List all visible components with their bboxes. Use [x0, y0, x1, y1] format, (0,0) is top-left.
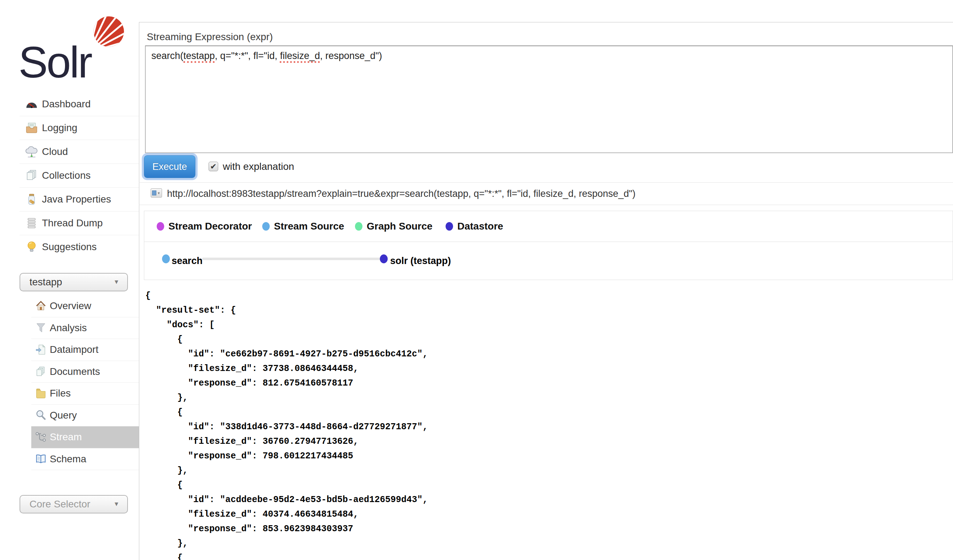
java-properties-icon	[25, 192, 38, 206]
solr-logo-text: Solr	[19, 37, 91, 87]
sidebar-item-label: Logging	[42, 122, 78, 133]
with-explanation-checkbox[interactable]: ✔	[209, 162, 218, 171]
chevron-down-icon: ▼	[113, 279, 120, 286]
main-nav: Dashboard Logging Cloud Collections	[20, 92, 139, 259]
expression-part-misspelled: filesize_d	[280, 50, 320, 61]
stream-graph: search solr (testapp)	[144, 242, 953, 280]
logging-icon	[25, 121, 38, 135]
legend-item-stream-decorator: Stream Decorator	[157, 211, 252, 242]
legend-item-stream-source: Stream Source	[262, 211, 344, 242]
core-item-dataimport[interactable]: Dataimport	[31, 339, 139, 361]
core-dropdown[interactable]: testapp ▼	[20, 273, 128, 292]
dashboard-icon	[25, 97, 38, 111]
core-item-query[interactable]: Query	[31, 405, 139, 427]
core-selector-placeholder: Core Selector	[29, 498, 113, 510]
solr-admin-screen: Solr	[0, 0, 953, 560]
stream-page: Streaming Expression (expr) search(testa…	[139, 0, 953, 560]
core-item-label: Overview	[50, 300, 91, 312]
graph-node-solr-dot[interactable]	[380, 254, 388, 263]
core-item-label: Documents	[50, 366, 100, 377]
request-url[interactable]: http://localhost:8983testapp/stream?expl…	[167, 183, 636, 205]
sidebar-item-label: Dashboard	[42, 98, 91, 110]
core-item-label: Schema	[50, 453, 86, 465]
graph-edge	[202, 258, 380, 260]
sidebar: Solr	[0, 0, 139, 560]
sidebar-item-java-properties[interactable]: Java Properties	[20, 187, 139, 211]
graph-node-search-dot[interactable]	[162, 254, 170, 263]
sidebar-item-thread-dump[interactable]: Thread Dump	[20, 211, 139, 235]
sidebar-item-suggestions[interactable]: Suggestions	[20, 235, 139, 259]
thread-dump-icon	[25, 216, 38, 230]
schema-icon	[35, 453, 47, 465]
expression-part: , response_d")	[320, 50, 382, 61]
documents-icon	[35, 366, 47, 378]
expression-label: Streaming Expression (expr)	[147, 31, 273, 43]
core-selector-dropdown[interactable]: Core Selector ▼	[20, 495, 128, 513]
expression-part: search(	[151, 50, 183, 61]
core-nav: Overview Analysis Dataimport Documents	[31, 295, 139, 470]
core-item-overview[interactable]: Overview	[31, 295, 139, 317]
core-item-analysis[interactable]: Analysis	[31, 317, 139, 339]
core-item-label: Dataimport	[50, 344, 98, 355]
analysis-icon	[35, 322, 47, 334]
legend-item-datastore: Datastore	[445, 211, 503, 242]
suggestions-icon	[25, 240, 38, 254]
solr-sunburst-icon	[89, 16, 125, 53]
sidebar-item-cloud[interactable]: Cloud	[20, 140, 139, 163]
expression-part-misspelled: testapp	[183, 50, 215, 61]
with-explanation-label: with explanation	[223, 162, 294, 171]
url-type-icon[interactable]: ▾	[151, 188, 162, 197]
sidebar-item-collections[interactable]: Collections	[20, 163, 139, 187]
stream-legend: Stream Decorator Stream Source Graph Sou…	[144, 211, 953, 242]
core-item-label: Stream	[50, 431, 82, 443]
chevron-down-icon: ▾	[158, 191, 160, 195]
expression-part: , q="*:*", fl="id,	[215, 50, 280, 61]
core-item-files[interactable]: Files	[31, 383, 139, 405]
request-url-row: ▾ http://localhost:8983testapp/stream?ex…	[139, 182, 953, 205]
core-item-schema[interactable]: Schema	[31, 448, 139, 470]
files-icon	[35, 387, 47, 399]
chevron-down-icon: ▼	[113, 501, 120, 508]
core-item-stream[interactable]: Stream	[31, 427, 139, 448]
sidebar-item-label: Thread Dump	[42, 217, 103, 229]
graph-node-solr-label[interactable]: solr (testapp)	[390, 242, 451, 280]
overview-icon	[35, 300, 47, 312]
datastore-dot-icon	[445, 222, 453, 231]
query-icon	[35, 410, 47, 422]
core-item-documents[interactable]: Documents	[31, 361, 139, 383]
stream-decorator-dot-icon	[157, 222, 164, 231]
core-item-label: Files	[50, 388, 71, 399]
graph-source-dot-icon	[355, 222, 362, 231]
url-type-icon-square	[152, 191, 156, 195]
expression-textarea[interactable]: search(testapp, q="*:*", fl="id, filesiz…	[145, 45, 953, 153]
graph-node-search-label[interactable]: search	[172, 242, 203, 280]
core-item-label: Analysis	[50, 322, 87, 334]
collections-icon	[25, 169, 38, 182]
stream-icon	[35, 431, 47, 443]
cloud-icon	[25, 145, 38, 158]
execute-button[interactable]: Execute	[144, 155, 196, 178]
solr-logo[interactable]: Solr	[19, 16, 121, 84]
sidebar-item-label: Collections	[42, 170, 91, 181]
result-json: { "result-set": { "docs": [ { "id": "ce6…	[145, 289, 428, 560]
sidebar-item-dashboard[interactable]: Dashboard	[20, 92, 139, 116]
dataimport-icon	[35, 344, 47, 356]
sidebar-item-label: Java Properties	[42, 194, 111, 205]
legend-item-graph-source: Graph Source	[355, 211, 432, 242]
core-item-label: Query	[50, 410, 77, 421]
sidebar-item-logging[interactable]: Logging	[20, 116, 139, 140]
sidebar-item-label: Cloud	[42, 146, 68, 157]
sidebar-item-label: Suggestions	[42, 241, 97, 253]
core-dropdown-value: testapp	[29, 276, 113, 288]
stream-source-dot-icon	[262, 222, 270, 231]
